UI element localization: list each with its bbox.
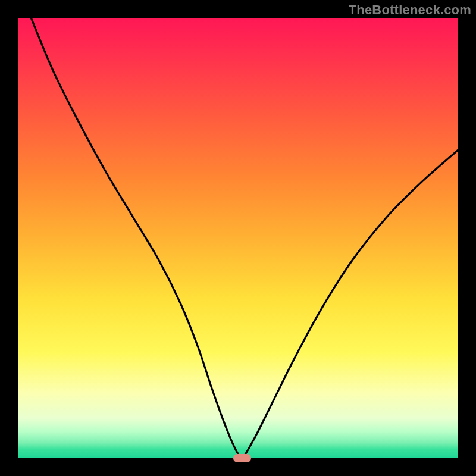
minimum-marker xyxy=(233,454,251,462)
attribution-text: TheBottleneck.com xyxy=(349,2,471,18)
plot-background-gradient xyxy=(18,18,458,458)
chart-frame: TheBottleneck.com xyxy=(0,0,476,476)
